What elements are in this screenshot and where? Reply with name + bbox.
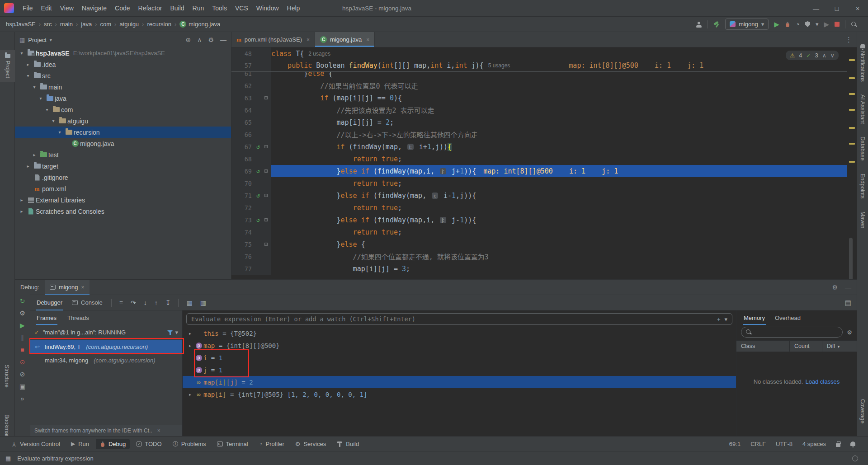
memory-settings-gear-icon[interactable]: ⚙	[847, 329, 852, 336]
debug-session-tab[interactable]: migong ×	[45, 280, 90, 295]
memory-search-box[interactable]	[741, 327, 843, 338]
tree-item-migong-java[interactable]: migong.java	[15, 138, 231, 149]
code-line-63[interactable]: 63 if (map[i][j] == 0){	[231, 92, 847, 104]
tree-item-hspjavase[interactable]: ▾hspJavaSEE:\workplace01\javaSE\hspJavaS…	[15, 47, 231, 59]
tool-button-endpoints[interactable]: Endpoints	[859, 174, 866, 199]
warning-stripe-mark[interactable]	[849, 161, 855, 163]
line-number[interactable]: 68	[231, 155, 254, 163]
menu-tools[interactable]: Tools	[208, 0, 231, 16]
gutter[interactable]: 48	[231, 47, 271, 60]
tree-expand-icon[interactable]: ▸	[18, 209, 26, 214]
code-line-61[interactable]: 61 }else {	[231, 72, 847, 80]
tab-frames[interactable]: Frames	[36, 310, 57, 325]
line-number[interactable]: 77	[231, 265, 254, 272]
indent-setting[interactable]: 4 spaces	[802, 441, 826, 447]
tool-button-profiler[interactable]: ◔Profiler	[255, 439, 288, 449]
line-number[interactable]: 73	[231, 216, 254, 224]
chevron-down-icon[interactable]: ▾	[724, 316, 727, 323]
chevron-down-icon[interactable]: ▾	[50, 38, 52, 42]
tree-expand-icon[interactable]: ▾	[49, 118, 57, 123]
variable-i[interactable]: pi = 1	[183, 352, 736, 364]
layout-icon[interactable]: ▤	[845, 299, 851, 307]
breadcrumb-src[interactable]: src	[42, 20, 53, 28]
line-number[interactable]: 74	[231, 229, 254, 236]
search-everywhere-icon[interactable]	[851, 21, 857, 28]
stop-icon[interactable]: ■	[20, 346, 24, 353]
tab-options-icon[interactable]: ⋮	[845, 36, 852, 44]
menu-edit[interactable]: Edit	[37, 0, 56, 16]
menu-view[interactable]: View	[56, 0, 78, 16]
line-number[interactable]: 67	[231, 143, 254, 150]
code-line-64[interactable]: 64 //先把该点设置为2 表示可以走	[231, 104, 847, 116]
memory-search-input[interactable]	[755, 329, 838, 336]
settings-wrench-icon[interactable]: ⚙	[19, 310, 25, 317]
code-line-48[interactable]: 48class T{2 usages	[231, 47, 847, 60]
breadcrumb-recursion[interactable]: recursion	[146, 20, 172, 28]
gutter[interactable]: 76	[231, 250, 271, 263]
tree-item-main[interactable]: ▾main	[15, 81, 231, 93]
load-classes-link[interactable]: Load classes	[805, 378, 840, 436]
close-button[interactable]: ×	[847, 0, 868, 17]
tree-item-test[interactable]: ▸test	[15, 149, 231, 160]
menu-file[interactable]: File	[19, 0, 37, 16]
gutter[interactable]: 65	[231, 116, 271, 128]
fold-icon[interactable]	[264, 145, 268, 148]
tab-memory[interactable]: Memory	[743, 310, 766, 325]
mute-breakpoints-icon[interactable]: ⊘	[20, 371, 25, 378]
tool-button-services[interactable]: ⚙Services	[291, 439, 330, 449]
menu-vcs[interactable]: VCS	[231, 0, 252, 16]
line-separator[interactable]: CRLF	[750, 441, 766, 447]
expand-arrow-icon[interactable]: ▸	[186, 392, 194, 397]
step-into-icon[interactable]: ↓	[144, 299, 147, 306]
tree-item-com[interactable]: ▾com	[15, 104, 231, 115]
tool-button-debug[interactable]: Debug	[96, 439, 130, 449]
fold-icon[interactable]	[264, 96, 268, 99]
tool-button-todo[interactable]: ✓TODO	[132, 439, 165, 449]
tool-button-project[interactable]: Project	[0, 50, 15, 82]
tool-button-terminal[interactable]: >_Terminal	[213, 439, 252, 449]
gutter[interactable]: 72	[231, 202, 271, 214]
gutter[interactable]: 70	[231, 177, 271, 189]
layout-settings-icon[interactable]: ≡	[119, 299, 123, 306]
pause-icon[interactable]: ∥	[21, 334, 24, 341]
line-number[interactable]: 61	[231, 72, 254, 77]
inspection-widget[interactable]: ⚠ 4 ✓ 3 ∧ ∨	[786, 51, 839, 60]
gutter[interactable]: 67↺	[231, 141, 271, 153]
tree-expand-icon[interactable]: ▾	[18, 51, 26, 56]
code-line-57[interactable]: 57 public Boolean findWay(int[][] map,in…	[231, 60, 847, 72]
coverage-button[interactable]	[805, 21, 810, 27]
fold-icon[interactable]	[264, 243, 268, 246]
more-icon[interactable]: »	[21, 395, 24, 402]
tool-button-maven[interactable]: Maven	[859, 211, 866, 229]
hide-debug-panel-icon[interactable]: —	[845, 284, 851, 291]
window-menu-icon[interactable]: ▦	[19, 37, 25, 43]
code-line-66[interactable]: 66 //以上->右->下->左的策略往其他四个方向走	[231, 128, 847, 141]
tool-windows-toggle-icon[interactable]: ▦	[5, 455, 11, 462]
stop-button[interactable]	[835, 22, 840, 27]
evaluate-expression-box[interactable]: + ▾	[186, 313, 732, 325]
breadcrumb-com[interactable]: com	[99, 20, 113, 28]
line-number[interactable]: 76	[231, 253, 254, 260]
tree-expand-icon[interactable]: ▾	[37, 96, 45, 101]
tree-item-src[interactable]: ▾src	[15, 70, 231, 81]
tree-expand-icon[interactable]: ▸	[30, 152, 38, 157]
warning-stripe-mark[interactable]	[849, 143, 855, 145]
debug-tab-console[interactable]: Console	[71, 295, 104, 310]
line-number[interactable]: 63	[231, 94, 254, 102]
profiler-button[interactable]: ◔	[796, 20, 800, 28]
step-out-icon[interactable]: ↑	[155, 299, 158, 306]
project-panel-title[interactable]: Project	[28, 37, 46, 43]
next-problem-icon[interactable]: ∨	[830, 52, 835, 59]
line-number[interactable]: 57	[231, 62, 254, 69]
debug-button[interactable]	[785, 21, 790, 27]
gutter[interactable]: 61	[231, 72, 271, 80]
table-view-icon[interactable]: ▦	[186, 299, 192, 306]
warning-stripe-mark[interactable]	[849, 59, 855, 61]
tree-expand-icon[interactable]: ▸	[24, 62, 32, 67]
variable-j[interactable]: pj = 1	[183, 364, 736, 376]
gear-icon[interactable]: ⚙	[208, 36, 214, 43]
prev-problem-icon[interactable]: ∧	[822, 52, 826, 59]
rerun-icon[interactable]: ↻	[20, 297, 25, 305]
tab-overhead[interactable]: Overhead	[774, 310, 802, 325]
gutter[interactable]: 71↺	[231, 189, 271, 202]
